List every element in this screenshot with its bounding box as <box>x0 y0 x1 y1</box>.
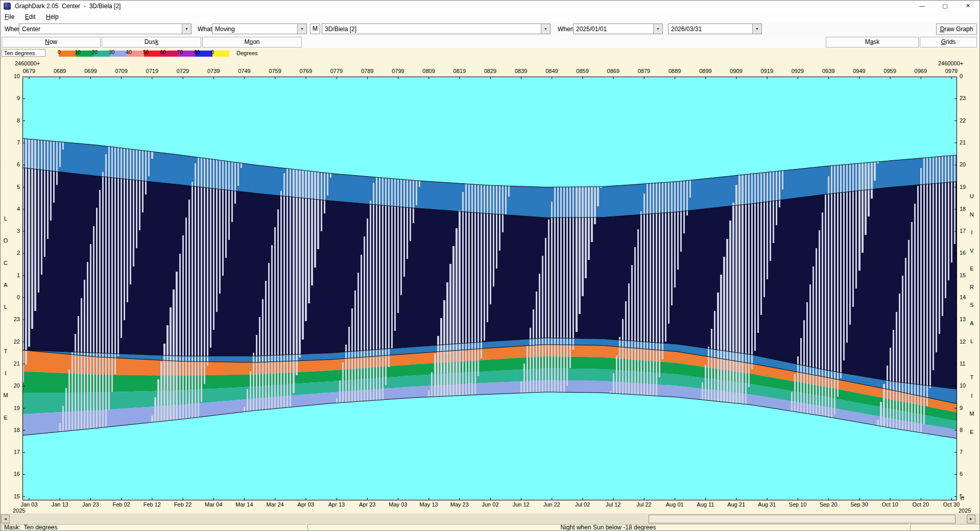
axis-letter: O <box>3 237 9 244</box>
legend-value-label: 30 <box>109 50 114 55</box>
date-label: Jul 02 <box>567 501 598 508</box>
moonlight-stripe <box>462 192 464 395</box>
date-label: Feb 22 <box>168 501 198 508</box>
axis-letter: N <box>969 211 975 218</box>
moonlight-stripe <box>160 361 162 421</box>
moonlight-stripe <box>96 208 98 428</box>
julian-date-label: 0949 <box>844 68 874 74</box>
moonlight-stripe <box>56 141 58 185</box>
moonlight-stripe <box>686 181 688 216</box>
date-label: Jun 22 <box>536 501 567 508</box>
julian-date-label: 0729 <box>168 68 198 74</box>
menu-help[interactable]: Help <box>42 12 63 21</box>
moonlight-stripe <box>400 179 402 295</box>
minimize-icon[interactable]: — <box>911 1 934 12</box>
date-label: Aug 21 <box>721 501 752 508</box>
moonlight-stripe <box>887 366 888 427</box>
moonlight-stripe <box>105 154 107 427</box>
moonlight-stripe <box>582 187 583 296</box>
moonlight-stripe <box>419 181 420 187</box>
what-combobox[interactable]: Moving ▼ <box>212 23 307 34</box>
legend-color-box <box>212 51 229 57</box>
dusk-button[interactable]: Dusk <box>102 37 201 47</box>
axis-letter: C <box>3 260 9 266</box>
maximize-icon[interactable]: ▢ <box>934 1 957 12</box>
legend-value-label: 20 <box>92 50 98 55</box>
moonlight-stripe <box>640 211 642 395</box>
local-time-axis-title: LOCALTIME <box>3 48 10 514</box>
moonlight-stripe <box>62 406 64 431</box>
moonlight-stripe <box>481 185 482 358</box>
now-button[interactable]: Now <box>2 37 101 47</box>
grids-button[interactable]: Grids <box>920 37 977 47</box>
scroll-left-icon[interactable]: ◄ <box>1 515 10 523</box>
moonlight-stripe <box>717 293 719 401</box>
moonlight-stripe <box>665 182 666 342</box>
moonlight-stripe <box>855 163 857 288</box>
dropdown-arrow-icon[interactable]: ▼ <box>653 24 662 34</box>
where-combobox[interactable]: Center ▼ <box>19 23 192 34</box>
moonlight-stripe <box>683 181 685 233</box>
date-to-combobox[interactable]: 2026/03/31 ▼ <box>668 23 762 34</box>
horizontal-scrollbar[interactable]: ◄ ► <box>1 514 980 524</box>
moonlight-stripe <box>493 185 494 286</box>
dropdown-arrow-icon[interactable]: ▼ <box>297 24 306 34</box>
dropdown-arrow-icon[interactable]: ▼ <box>182 24 191 34</box>
date-label: Jun 02 <box>475 501 506 508</box>
menu-file[interactable]: File <box>1 12 18 21</box>
object-combobox[interactable]: 3D/Biela [2] ▼ <box>322 23 551 34</box>
axis-letter: L <box>3 215 9 222</box>
moonlight-stripe <box>50 141 52 221</box>
moonlight-stripe <box>732 203 734 403</box>
moonlight-stripe <box>738 175 740 404</box>
moonlight-stripe <box>342 363 344 402</box>
date-label: Aug 11 <box>690 501 721 508</box>
moonlight-stripe <box>394 179 396 331</box>
axis-letter: L <box>3 304 9 310</box>
moonlight-stripe <box>647 184 648 396</box>
mask-button[interactable]: Mask <box>826 37 919 47</box>
date-from-combobox[interactable]: 2025/01/01 ▼ <box>573 23 663 34</box>
moonlight-stripe <box>858 163 860 271</box>
moonlight-stripe <box>403 180 405 277</box>
moonlight-stripe <box>286 168 288 407</box>
moonlight-stripe <box>484 185 485 340</box>
date-label: Jul 22 <box>629 501 659 508</box>
draw-graph-button[interactable]: Draw Graph <box>936 23 977 35</box>
moonlight-stripe <box>133 150 134 267</box>
moonlight-stripe <box>370 201 371 401</box>
moonlight-stripe <box>542 256 543 392</box>
moon-button[interactable]: Moon <box>202 37 302 47</box>
moonlight-stripe <box>274 227 276 409</box>
moonlight-stripe <box>920 168 922 433</box>
moonlight-stripe <box>831 165 832 417</box>
date-label: May 23 <box>444 501 475 508</box>
scroll-right-icon[interactable]: ► <box>967 515 975 523</box>
date-axis: Jan 03Jan 13Jan 23Feb 02Feb 12Feb 22Mar … <box>1 501 980 508</box>
degrees-label: Degrees <box>236 50 258 56</box>
axis-letter: V <box>969 248 975 254</box>
moonlight-stripe <box>376 177 377 400</box>
moonlight-stripe <box>142 151 144 212</box>
moonlight-stripe <box>545 238 546 392</box>
moonlight-stripe <box>244 407 245 412</box>
moonlight-stripe <box>311 172 313 285</box>
moonlight-stripe <box>791 392 793 411</box>
julian-date-label: 0759 <box>260 68 291 74</box>
moonlight-stripe <box>62 142 64 149</box>
dropdown-arrow-icon[interactable]: ▼ <box>541 24 550 34</box>
moonlight-stripe <box>339 380 341 403</box>
moonlight-stripe <box>351 308 353 402</box>
moonlight-stripe <box>579 187 580 314</box>
moonlight-stripe <box>176 272 177 420</box>
dropdown-arrow-icon[interactable]: ▼ <box>752 24 761 34</box>
menu-edit[interactable]: Edit <box>21 12 40 21</box>
moonlight-stripe <box>219 160 221 294</box>
close-icon[interactable]: ✕ <box>957 1 979 12</box>
moonlight-stripe <box>41 140 42 275</box>
corner-text: rf <box>961 495 964 501</box>
scrollbar-thumb[interactable] <box>649 515 955 523</box>
moonlight-stripe <box>198 157 199 417</box>
m-button[interactable]: M <box>310 23 320 34</box>
date-label: Aug 01 <box>659 501 690 508</box>
